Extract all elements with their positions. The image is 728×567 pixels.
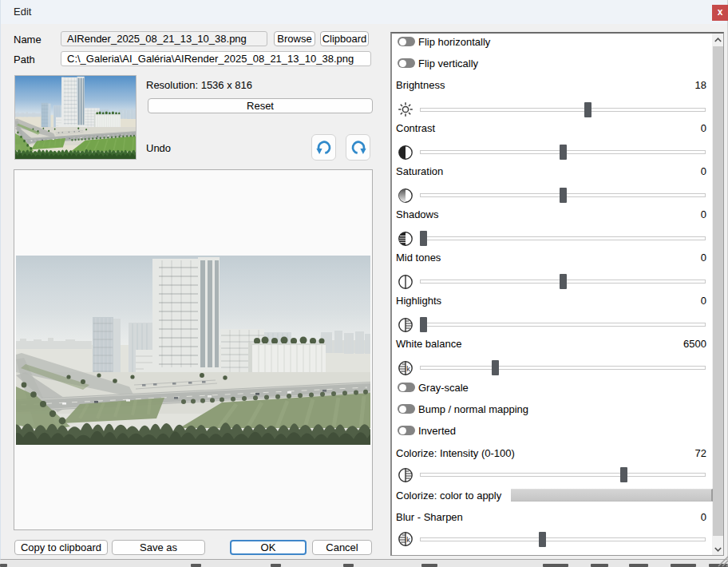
toggle-flip-vertically-switch[interactable] xyxy=(398,58,415,68)
name-label: Name xyxy=(14,34,42,46)
shadows-label-row: Shadows0 xyxy=(394,208,706,221)
close-button[interactable]: x xyxy=(712,5,728,21)
colorize-icon xyxy=(397,466,414,484)
mid-tones-label: Mid tones xyxy=(396,252,441,264)
blur-sharpen-slider-thumb[interactable] xyxy=(539,532,546,547)
browse-button[interactable]: Browse xyxy=(274,31,315,46)
cancel-button[interactable]: Cancel xyxy=(312,540,372,555)
path-label: Path xyxy=(14,54,35,65)
colorize-color-swatch[interactable] xyxy=(511,489,713,502)
highlights-icon xyxy=(397,316,414,334)
preview-image xyxy=(16,256,370,445)
brightness-slider-track[interactable] xyxy=(420,108,706,112)
shadows-slider-track[interactable] xyxy=(420,236,706,240)
resolution-text: Resolution: 1536 x 816 xyxy=(146,79,252,91)
toggle-flip-horizontally[interactable]: Flip horizontally xyxy=(394,35,490,48)
highlights-slider-row xyxy=(394,316,706,334)
scrollbar-thumb[interactable] xyxy=(713,46,723,536)
contrast-slider-row xyxy=(394,144,706,161)
toggle-flip-horizontally-switch[interactable] xyxy=(398,37,415,46)
colorize-intensity-slider-thumb[interactable] xyxy=(620,467,627,482)
colorize-color-label: Colorize: color to apply xyxy=(396,490,501,502)
brightness-label: Brightness xyxy=(396,79,445,91)
toggle-gray-scale-label: Gray-scale xyxy=(418,382,469,394)
colorize-intensity-label: Colorize: Intensity (0-100) xyxy=(396,447,515,459)
undo-arrow-icon xyxy=(315,139,333,157)
shadows-label: Shadows xyxy=(396,208,438,220)
blur-icon: k xyxy=(397,530,414,548)
saturation-slider-row xyxy=(394,187,706,204)
contrast-slider-thumb[interactable] xyxy=(560,145,567,160)
blur-sharpen-slider-track[interactable] xyxy=(420,537,706,541)
toggle-gray-scale[interactable]: Gray-scale xyxy=(394,381,469,394)
redo-arrow-icon xyxy=(350,139,367,157)
background-glyph-fragment xyxy=(671,564,696,567)
background-glyph-fragment xyxy=(629,564,648,567)
saturation-label: Saturation xyxy=(396,165,443,177)
contrast-icon xyxy=(397,144,414,161)
toggle-bump-normal-mapping-switch[interactable] xyxy=(398,404,415,414)
shadows-value: 0 xyxy=(701,208,706,220)
mid-tones-label-row: Mid tones0 xyxy=(394,252,706,264)
shadows-icon xyxy=(397,230,414,248)
redo-button[interactable] xyxy=(346,134,370,161)
scrollbar[interactable] xyxy=(712,34,723,555)
scrollbar-up-arrow[interactable] xyxy=(712,34,723,46)
screenshot-stage: Edit x Name AIRender_2025_08_21_13_10_38… xyxy=(0,0,728,567)
dialog-titlebar[interactable]: Edit x xyxy=(1,0,727,24)
mid-tones-slider-thumb[interactable] xyxy=(560,274,567,289)
colorize-color-row: Colorize: color to apply xyxy=(394,490,706,502)
toggle-knob xyxy=(399,38,406,46)
white-balance-slider-thumb[interactable] xyxy=(492,360,499,375)
close-icon: x xyxy=(718,6,723,18)
blur-sharpen-label-row: Blur - Sharpen0 xyxy=(394,511,706,524)
shadows-slider-row xyxy=(394,230,706,248)
ok-button[interactable]: OK xyxy=(230,540,307,555)
brightness-value: 18 xyxy=(695,79,706,91)
toggle-knob xyxy=(399,60,406,67)
toggle-inverted-label: Inverted xyxy=(418,425,456,437)
colorize-intensity-label-row: Colorize: Intensity (0-100)72 xyxy=(394,447,706,460)
white-balance-label: White balance xyxy=(396,338,461,350)
toggle-inverted[interactable]: Inverted xyxy=(394,424,456,437)
toggle-inverted-switch[interactable] xyxy=(398,426,415,435)
background-glyph-fragment xyxy=(191,564,201,567)
white-balance-slider-track[interactable] xyxy=(420,366,706,370)
save-as-button[interactable]: Save as xyxy=(112,540,205,555)
background-glyph-fragment xyxy=(421,564,437,567)
background-glyph-fragment xyxy=(0,564,7,567)
path-field[interactable]: C:\_Galeria\AI_Galéria\AIRender_2025_08_… xyxy=(61,51,371,66)
toggle-flip-vertically[interactable]: Flip vertically xyxy=(394,57,478,69)
brightness-slider-thumb[interactable] xyxy=(584,102,592,117)
toggle-knob xyxy=(399,427,406,434)
white-balance-value: 6500 xyxy=(683,338,706,350)
dialog-title: Edit xyxy=(14,0,31,24)
svg-text:k: k xyxy=(406,536,410,544)
undo-button[interactable] xyxy=(311,134,336,161)
toggle-flip-vertically-label: Flip vertically xyxy=(418,57,478,69)
background-window-strip xyxy=(0,560,728,567)
adjustments-panel: Flip horizontallyFlip verticallyBrightne… xyxy=(390,32,724,556)
white-balance-slider-row: k xyxy=(394,359,706,377)
name-field[interactable]: AIRender_2025_08_21_13_10_38.png xyxy=(61,31,267,46)
blur-sharpen-label: Blur - Sharpen xyxy=(396,511,463,523)
copy-to-clipboard-button[interactable]: Copy to clipboard xyxy=(14,540,108,555)
toggle-bump-normal-mapping[interactable]: Bump / normal mapping xyxy=(394,402,528,415)
shadows-slider-thumb[interactable] xyxy=(420,231,427,246)
white-balance-label-row: White balance6500 xyxy=(394,338,706,351)
saturation-slider-thumb[interactable] xyxy=(560,188,567,203)
resize-grip[interactable] xyxy=(714,553,728,567)
toggle-gray-scale-switch[interactable] xyxy=(398,383,415,392)
saturation-value: 0 xyxy=(701,165,706,177)
blur-sharpen-slider-row: k xyxy=(394,530,706,548)
colorize-intensity-slider-track[interactable] xyxy=(420,473,706,477)
toggle-bump-normal-mapping-label: Bump / normal mapping xyxy=(418,403,528,415)
preview-panel xyxy=(14,169,373,530)
clipboard-button[interactable]: Clipboard xyxy=(320,31,369,46)
undo-label: Undo xyxy=(146,142,171,154)
background-glyph-fragment xyxy=(591,564,608,567)
highlights-slider-track[interactable] xyxy=(420,323,706,327)
highlights-slider-thumb[interactable] xyxy=(420,317,427,332)
background-glyph-fragment xyxy=(271,564,281,567)
reset-button[interactable]: Reset xyxy=(148,98,373,113)
